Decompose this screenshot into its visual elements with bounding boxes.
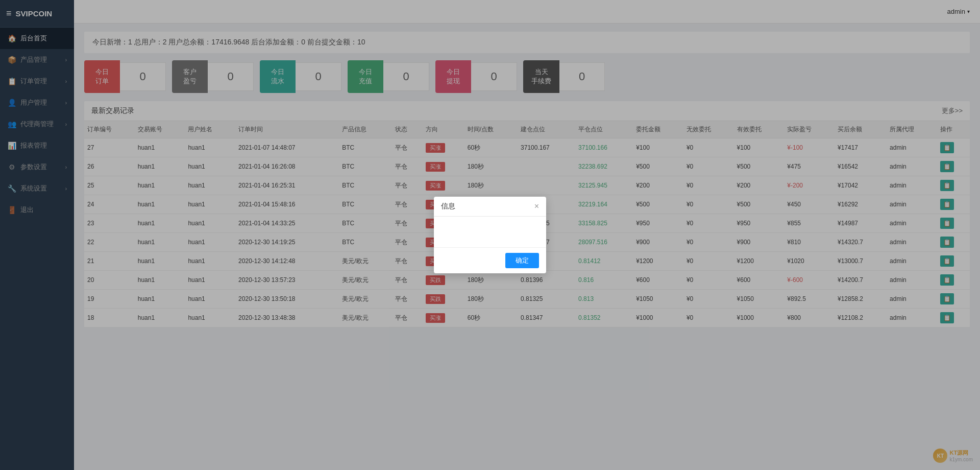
dialog-title: 信息	[441, 202, 455, 211]
dialog: 信息 × 确定	[434, 197, 546, 273]
dialog-body	[434, 217, 546, 247]
dialog-confirm-button[interactable]: 确定	[505, 253, 539, 268]
dialog-overlay[interactable]: 信息 × 确定	[0, 0, 980, 470]
dialog-titlebar: 信息 ×	[434, 197, 546, 217]
dialog-close-icon[interactable]: ×	[534, 202, 539, 211]
dialog-footer: 确定	[434, 247, 546, 273]
